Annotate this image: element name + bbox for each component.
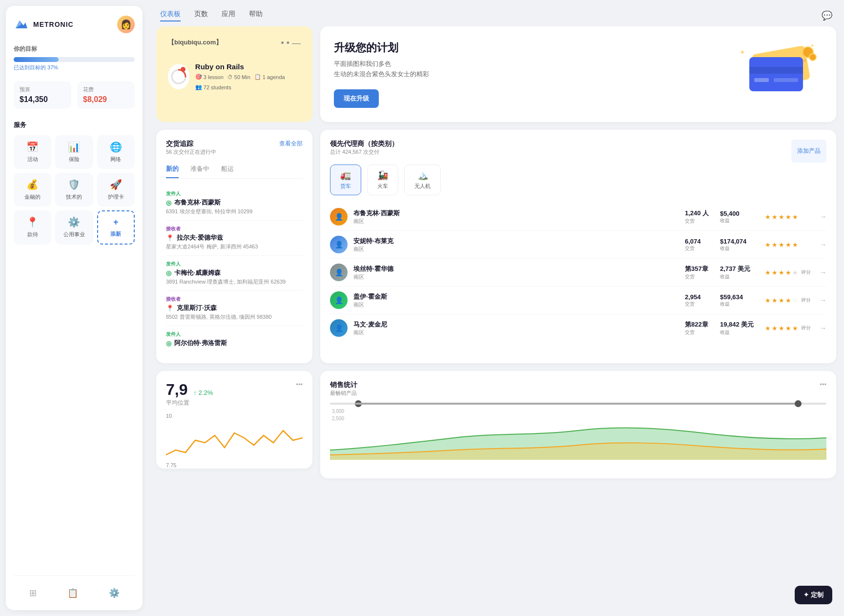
avatar[interactable]: 👩 bbox=[117, 16, 135, 33]
goal-section: 你的目标 已达到目标的 37% bbox=[14, 45, 135, 71]
range-slider[interactable] bbox=[330, 403, 826, 405]
agent-row-3: 👤 埃丝特·霍华德 南区 第357章 交货 2,737 美元 收益 bbox=[330, 259, 826, 287]
layers-icon[interactable]: ⊞ bbox=[27, 586, 39, 600]
agency-title: 领先代理商（按类别） bbox=[330, 140, 398, 148]
message-icon[interactable]: 💬 bbox=[822, 10, 832, 21]
upgrade-button[interactable]: 现在升级 bbox=[334, 89, 379, 108]
service-label-hospitality: 款待 bbox=[27, 231, 38, 238]
service-label-network: 网络 bbox=[110, 156, 121, 163]
stat-more-icon[interactable]: ••• bbox=[296, 381, 303, 388]
service-item-utilities[interactable]: ⚙️ 公用事业 bbox=[55, 210, 93, 245]
svg-point-9 bbox=[810, 54, 816, 60]
settings-icon[interactable]: ⚙️ bbox=[107, 586, 122, 600]
clipboard-icon[interactable]: 📋 bbox=[65, 586, 80, 600]
agent-info-5: 马文·麦金尼 南区 bbox=[353, 320, 679, 336]
agent-avatar-5: 👤 bbox=[330, 319, 348, 337]
cat-tab-drone[interactable]: 🏔️ 无人机 bbox=[404, 164, 441, 195]
stat-value: 7,9 bbox=[166, 381, 187, 399]
agent-rating-3: ★★★★★ 评分 bbox=[765, 269, 814, 276]
tx-name-1: ◎ 布鲁克林·西蒙斯 bbox=[166, 198, 303, 207]
nav-apps[interactable]: 应用 bbox=[222, 10, 235, 21]
tab-new[interactable]: 新的 bbox=[166, 164, 179, 178]
agent-rev-5: 19,842 美元 收益 bbox=[720, 320, 759, 336]
activity-icon: 📅 bbox=[26, 141, 39, 153]
customize-button[interactable]: ✦ 定制 bbox=[795, 586, 832, 604]
agent-area-5: 南区 bbox=[353, 329, 679, 336]
finance-icon: 💰 bbox=[26, 179, 39, 190]
nav-pages[interactable]: 页数 bbox=[194, 10, 208, 21]
students-meta: 👥 72 students bbox=[195, 84, 231, 90]
stat-label: 平均位置 bbox=[166, 399, 213, 407]
agent-arrow-5[interactable]: → bbox=[820, 324, 826, 332]
truck-icon: 🚛 bbox=[340, 170, 351, 181]
course-dots[interactable]: • • — bbox=[281, 38, 301, 55]
duration-meta: ⏱ 50 Min bbox=[227, 74, 250, 80]
nav-dashboard[interactable]: 仪表板 bbox=[160, 10, 181, 21]
course-title: Ruby on Rails bbox=[195, 62, 301, 71]
agent-name-3: 埃丝特·霍华德 bbox=[353, 265, 679, 273]
transaction-tabs: 新的 准备中 船运 bbox=[166, 164, 303, 179]
upgrade-desc: 平面插图和我们多色 生动的未混合紫色头发女士的精彩 bbox=[334, 59, 429, 80]
sales-title: 销售统计 bbox=[330, 381, 357, 390]
nav-links: 仪表板 页数 应用 帮助 bbox=[160, 10, 263, 21]
sidebar-header: METRONIC 👩 bbox=[14, 16, 135, 33]
agent-rev-1: $5,400 收益 bbox=[720, 210, 759, 224]
metronic-logo bbox=[14, 17, 29, 32]
agent-arrow-1[interactable]: → bbox=[820, 213, 826, 221]
cat-label-drone: 无人机 bbox=[414, 183, 431, 190]
mid-row: 交货追踪 56 次交付正在进行中 查看全部 新的 准备中 船运 发件人 ◎ 布鲁… bbox=[156, 130, 836, 363]
slider-handle-right[interactable] bbox=[795, 400, 802, 407]
sales-more-icon[interactable]: ••• bbox=[820, 381, 826, 388]
tx-item-1: 发件人 ◎ 布鲁克林·西蒙斯 6391 埃尔全壁寨街, 特拉华州 10299 bbox=[166, 185, 303, 221]
cat-tab-train[interactable]: 🚂 火车 bbox=[367, 164, 398, 195]
goal-percent: 已达到目标的 37% bbox=[14, 64, 135, 71]
svg-rect-5 bbox=[774, 78, 798, 82]
svg-text:✦: ✦ bbox=[810, 43, 814, 48]
service-item-hospitality[interactable]: 📍 款待 bbox=[14, 210, 51, 245]
tx-location-icon-1: 📍 bbox=[166, 234, 174, 242]
service-item-activity[interactable]: 📅 活动 bbox=[14, 135, 51, 169]
agent-name-2: 安妮特·布莱克 bbox=[353, 237, 679, 246]
tab-shipping[interactable]: 船运 bbox=[221, 164, 234, 178]
sidebar-footer: ⊞ 📋 ⚙️ bbox=[14, 575, 135, 600]
service-item-add[interactable]: + 添新 bbox=[97, 210, 135, 245]
tx-addr-3: 3891 Ranchview 理查森博士, 加利福尼亚州 62639 bbox=[166, 278, 303, 286]
agent-area-1: 南区 bbox=[353, 218, 679, 225]
care-icon: 🚀 bbox=[110, 179, 122, 190]
service-label-insurance: 保险 bbox=[69, 156, 80, 163]
service-item-tech[interactable]: 🛡️ 技术的 bbox=[55, 173, 93, 206]
tech-icon: 🛡️ bbox=[68, 179, 80, 190]
tx-circle-icon-1: ◎ bbox=[166, 199, 171, 206]
transaction-title: 交货追踪 bbox=[166, 140, 216, 148]
budget-value: $14,350 bbox=[20, 95, 65, 104]
bottom-row: 7,9 ↑ 2.2% 平均位置 ••• 10 7.75 销售统计 bbox=[156, 371, 836, 478]
nav-help[interactable]: 帮助 bbox=[249, 10, 263, 21]
tx-name-5: ◎ 阿尔伯特·弗洛雷斯 bbox=[166, 339, 303, 348]
svg-text:✦: ✦ bbox=[740, 48, 745, 56]
agent-arrow-2[interactable]: → bbox=[820, 241, 826, 248]
add-product-button[interactable]: 添加产品 bbox=[791, 140, 826, 163]
service-item-insurance[interactable]: 📊 保险 bbox=[55, 135, 93, 169]
tx-name-2: 📍 拉尔夫·爱德华兹 bbox=[166, 233, 303, 242]
add-icon: + bbox=[113, 217, 119, 227]
agent-rev-3: 2,737 美元 收益 bbox=[720, 265, 759, 280]
budget-card: 预算 $14,350 bbox=[14, 81, 71, 109]
service-label-tech: 技术的 bbox=[66, 193, 82, 201]
cat-tab-truck[interactable]: 🚛 货车 bbox=[330, 164, 361, 195]
stat-chart bbox=[166, 421, 303, 460]
agent-arrow-3[interactable]: → bbox=[820, 268, 826, 276]
agent-table: 👤 布鲁克林·西蒙斯 南区 1,240 人 交货 $5,400 收益 bbox=[330, 203, 826, 342]
tab-preparing[interactable]: 准备中 bbox=[190, 164, 209, 178]
transaction-card: 交货追踪 56 次交付正在进行中 查看全部 新的 准备中 船运 发件人 ◎ 布鲁… bbox=[156, 130, 312, 363]
agent-rating-5: ★★★★★ 评分 bbox=[765, 325, 814, 332]
see-all-link[interactable]: 查看全部 bbox=[279, 140, 303, 148]
agent-row-5: 👤 马文·麦金尼 南区 第822章 交货 19,842 美元 收益 bbox=[330, 314, 826, 342]
agent-arrow-4[interactable]: → bbox=[820, 296, 826, 304]
topnav: 仪表板 页数 应用 帮助 💬 bbox=[148, 0, 844, 26]
svg-text:⚙: ⚙ bbox=[803, 59, 806, 63]
service-item-network[interactable]: 🌐 网络 bbox=[97, 135, 135, 169]
service-item-finance[interactable]: 💰 金融的 bbox=[14, 173, 51, 206]
utilities-icon: ⚙️ bbox=[68, 216, 80, 228]
service-item-care[interactable]: 🚀 护理卡 bbox=[97, 173, 135, 206]
service-label-utilities: 公用事业 bbox=[63, 231, 85, 238]
